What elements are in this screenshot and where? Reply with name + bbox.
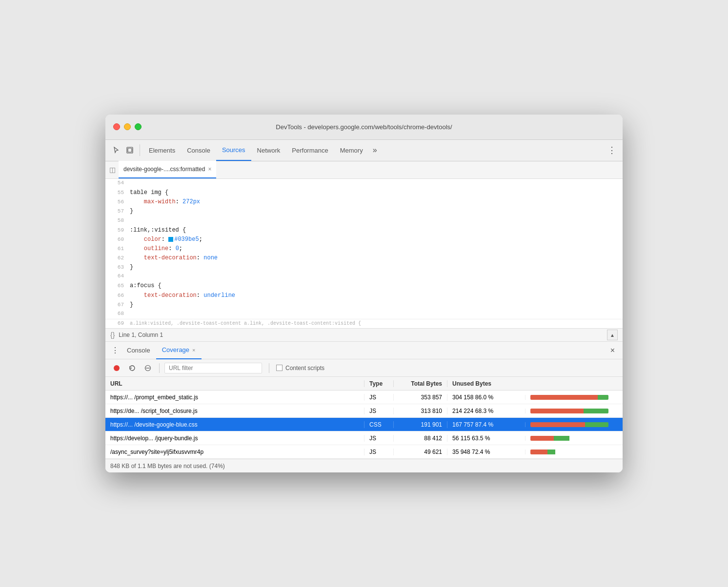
row-3-unused: 56 115 63.5 %	[447, 435, 525, 442]
content-scripts-checkbox[interactable]	[276, 365, 283, 371]
row-0-bar	[525, 395, 623, 400]
title-bar: DevTools - developers.google.com/web/too…	[105, 115, 623, 140]
tab-coverage[interactable]: Coverage ×	[156, 342, 202, 359]
tab-sources[interactable]: Sources	[216, 139, 251, 161]
code-line-67: 67 }	[105, 300, 623, 310]
code-editor[interactable]: 54 55 table img { 56 max-width: 272px	[105, 179, 623, 328]
row-4-url: /async_survey?site=ylj5ifxusvvmr4p	[105, 449, 364, 455]
coverage-toolbar: Content scripts	[105, 359, 623, 377]
table-row-0[interactable]: https://... /prompt_embed_static.js JS 3…	[105, 391, 623, 404]
record-coverage-button[interactable]	[110, 362, 123, 374]
col-header-unused[interactable]: Unused Bytes	[447, 380, 525, 387]
content-scripts-label[interactable]: Content scripts	[276, 365, 324, 372]
row-0-unused: 304 158 86.0 %	[447, 394, 525, 401]
devtools-tab-bar: Elements Console Sources Network Perform…	[105, 140, 623, 161]
cursor-position: Line 1, Column 1	[119, 332, 163, 338]
svg-point-2	[114, 365, 120, 371]
row-1-unused: 214 224 68.3 %	[447, 408, 525, 414]
code-line-69: 69 a.link:visited, .devsite-toast-conten…	[105, 319, 623, 328]
bottom-panel-menu-button[interactable]: ⋮	[109, 345, 121, 356]
bottom-panel: ⋮ Console Coverage × ×	[105, 342, 623, 472]
url-filter-input[interactable]	[164, 363, 262, 373]
tab-separator	[140, 144, 140, 156]
code-line-64: 64	[105, 272, 623, 281]
minimize-button[interactable]	[124, 123, 131, 130]
curly-braces-icon: {}	[110, 331, 115, 339]
code-line-63: 63 }	[105, 263, 623, 272]
file-tab-name: devsite-google-....css:formatted	[123, 166, 205, 173]
toolbar-separator-2	[269, 363, 269, 373]
row-0-url: https://... /prompt_embed_static.js	[105, 394, 364, 401]
code-line-58: 58	[105, 216, 623, 226]
code-line-60: 60 color: #039be5;	[105, 235, 623, 244]
file-tab-close-button[interactable]: ×	[208, 166, 211, 173]
row-2-url: https://... /devsite-google-blue.css	[105, 421, 364, 428]
col-header-url[interactable]: URL	[105, 380, 364, 387]
traffic-lights	[113, 123, 142, 130]
tab-memory[interactable]: Memory	[334, 139, 369, 161]
table-row-3[interactable]: https://develop... /jquery-bundle.js JS …	[105, 431, 623, 445]
tab-console[interactable]: Console	[181, 139, 216, 161]
tab-performance[interactable]: Performance	[286, 139, 334, 161]
row-1-total: 313 810	[393, 408, 447, 414]
row-2-type: CSS	[364, 421, 393, 428]
devtools-menu-button[interactable]: ⋮	[605, 143, 619, 157]
row-4-type: JS	[364, 449, 393, 455]
close-button[interactable]	[113, 123, 120, 130]
clear-button[interactable]	[142, 362, 154, 374]
devtools-window: DevTools - developers.google.com/web/too…	[105, 115, 623, 472]
layers-icon[interactable]	[123, 143, 137, 157]
table-row-1[interactable]: https://de... /script_foot_closure.js JS…	[105, 404, 623, 418]
code-line-56: 56 max-width: 272px	[105, 197, 623, 207]
maximize-button[interactable]	[135, 123, 142, 130]
svg-rect-1	[128, 148, 132, 152]
code-line-57: 57 }	[105, 207, 623, 216]
tab-network[interactable]: Network	[251, 139, 286, 161]
tab-console-bottom[interactable]: Console	[121, 342, 156, 359]
code-line-54: 54	[105, 179, 623, 188]
row-0-total: 353 857	[393, 394, 447, 401]
row-1-url: https://de... /script_foot_closure.js	[105, 408, 364, 414]
cursor-icon[interactable]	[109, 143, 123, 157]
col-header-type[interactable]: Type	[364, 380, 393, 387]
tab-elements[interactable]: Elements	[143, 139, 181, 161]
row-1-bar	[525, 409, 623, 413]
row-2-bar	[525, 422, 623, 427]
row-2-unused: 167 757 87.4 %	[447, 421, 525, 428]
row-4-bar	[525, 450, 623, 454]
toolbar-separator-1	[159, 363, 160, 373]
table-row-2[interactable]: https://... /devsite-google-blue.css CSS…	[105, 418, 623, 431]
code-content: 54 55 table img { 56 max-width: 272px	[105, 179, 623, 328]
row-4-total: 49 621	[393, 449, 447, 455]
file-tab-sources[interactable]: devsite-google-....css:formatted ×	[119, 161, 216, 178]
code-line-68: 68	[105, 310, 623, 319]
coverage-table: URL Type Total Bytes Unused Bytes https:…	[105, 377, 623, 459]
table-row-4[interactable]: /async_survey?site=ylj5ifxusvvmr4p JS 49…	[105, 445, 623, 459]
table-header: URL Type Total Bytes Unused Bytes	[105, 377, 623, 391]
bottom-tab-bar: ⋮ Console Coverage × ×	[105, 342, 623, 359]
bottom-panel-close-button[interactable]: ×	[607, 344, 619, 357]
row-0-type: JS	[364, 394, 393, 401]
code-line-59: 59 :link,:visited {	[105, 226, 623, 235]
more-tabs-button[interactable]: »	[369, 146, 381, 155]
row-3-bar	[525, 436, 623, 441]
row-2-total: 191 901	[393, 421, 447, 428]
window-title: DevTools - developers.google.com/web/too…	[276, 123, 452, 131]
code-line-62: 62 text-decoration: none	[105, 254, 623, 263]
row-3-type: JS	[364, 435, 393, 442]
reload-button[interactable]	[126, 362, 139, 374]
coverage-summary: 848 KB of 1.1 MB bytes are not used. (74…	[105, 459, 623, 472]
code-line-66: 66 text-decoration: underline	[105, 291, 623, 300]
scroll-up-button[interactable]: ▲	[607, 330, 618, 340]
file-panel-icon: ◫	[109, 166, 116, 174]
status-bar: {} Line 1, Column 1 ▲	[105, 328, 623, 342]
row-1-type: JS	[364, 408, 393, 414]
coverage-tab-close[interactable]: ×	[192, 347, 195, 353]
code-line-65: 65 a:focus {	[105, 281, 623, 291]
row-4-unused: 35 948 72.4 %	[447, 449, 525, 455]
code-line-55: 55 table img {	[105, 188, 623, 197]
row-3-url: https://develop... /jquery-bundle.js	[105, 435, 364, 442]
col-header-total[interactable]: Total Bytes	[393, 380, 447, 387]
row-3-total: 88 412	[393, 435, 447, 442]
file-tab-bar: ◫ devsite-google-....css:formatted ×	[105, 161, 623, 179]
